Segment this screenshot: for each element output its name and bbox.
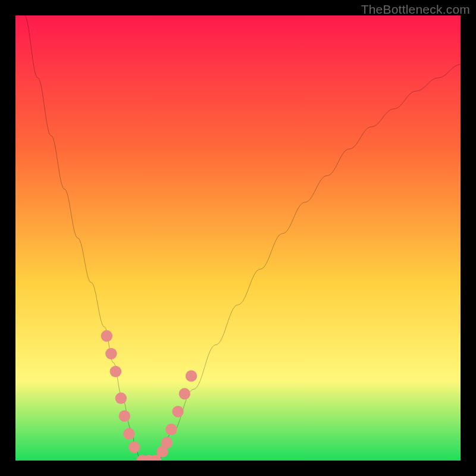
svg-point-7 (129, 441, 140, 453)
bottleneck-chart (15, 15, 461, 461)
svg-point-12 (179, 388, 190, 399)
svg-point-9 (161, 437, 173, 448)
svg-point-10 (165, 424, 177, 435)
svg-point-5 (119, 410, 130, 421)
chart-svg (15, 15, 461, 461)
svg-point-1 (101, 330, 112, 342)
svg-point-4 (115, 393, 127, 404)
attribution-label: TheBottleneck.com (361, 2, 470, 17)
svg-rect-0 (15, 15, 461, 461)
svg-point-6 (123, 428, 134, 439)
svg-point-11 (172, 406, 183, 417)
svg-point-13 (186, 370, 197, 381)
svg-point-3 (110, 366, 121, 377)
svg-point-2 (105, 348, 117, 359)
